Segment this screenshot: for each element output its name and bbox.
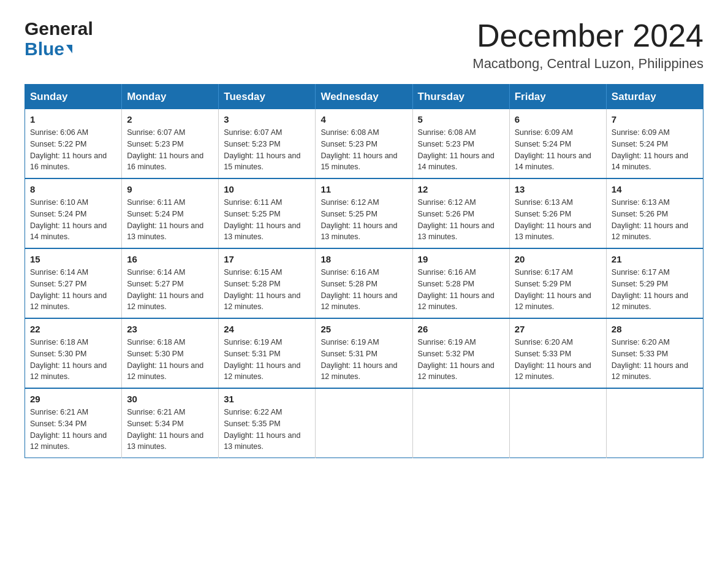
- calendar-cell: 15Sunrise: 6:14 AMSunset: 5:27 PMDayligh…: [25, 248, 122, 318]
- calendar-week-row: 8Sunrise: 6:10 AMSunset: 5:24 PMDaylight…: [25, 178, 703, 248]
- col-header-wednesday: Wednesday: [316, 85, 412, 110]
- calendar-week-row: 22Sunrise: 6:18 AMSunset: 5:30 PMDayligh…: [25, 318, 703, 388]
- day-info: Sunrise: 6:21 AMSunset: 5:34 PMDaylight:…: [127, 407, 213, 453]
- day-number: 31: [224, 394, 310, 404]
- col-header-saturday: Saturday: [606, 85, 703, 110]
- day-info: Sunrise: 6:14 AMSunset: 5:27 PMDaylight:…: [127, 267, 213, 313]
- day-info: Sunrise: 6:08 AMSunset: 5:23 PMDaylight:…: [320, 127, 407, 173]
- calendar-cell: 22Sunrise: 6:18 AMSunset: 5:30 PMDayligh…: [25, 318, 122, 388]
- day-info: Sunrise: 6:11 AMSunset: 5:25 PMDaylight:…: [224, 197, 310, 243]
- calendar-week-row: 15Sunrise: 6:14 AMSunset: 5:27 PMDayligh…: [25, 248, 703, 318]
- day-info: Sunrise: 6:19 AMSunset: 5:31 PMDaylight:…: [320, 337, 407, 383]
- calendar-cell: 4Sunrise: 6:08 AMSunset: 5:23 PMDaylight…: [316, 109, 412, 178]
- calendar-cell: 28Sunrise: 6:20 AMSunset: 5:33 PMDayligh…: [606, 318, 703, 388]
- calendar-cell: [606, 388, 703, 458]
- calendar-cell: 3Sunrise: 6:07 AMSunset: 5:23 PMDaylight…: [219, 109, 316, 178]
- calendar-cell: [316, 388, 412, 458]
- day-number: 17: [224, 254, 310, 264]
- calendar-cell: 18Sunrise: 6:16 AMSunset: 5:28 PMDayligh…: [316, 248, 412, 318]
- calendar-cell: 14Sunrise: 6:13 AMSunset: 5:26 PMDayligh…: [606, 178, 703, 248]
- logo-blue-text: Blue: [25, 39, 93, 59]
- day-number: 27: [515, 324, 601, 334]
- day-number: 12: [418, 184, 504, 194]
- day-number: 25: [320, 324, 407, 334]
- logo-arrow-icon: [66, 45, 72, 53]
- day-number: 15: [30, 254, 116, 264]
- day-number: 5: [418, 114, 504, 124]
- day-number: 21: [612, 254, 698, 264]
- day-info: Sunrise: 6:17 AMSunset: 5:29 PMDaylight:…: [612, 267, 698, 313]
- title-block: December 2024 Macatbong, Central Luzon, …: [472, 18, 703, 72]
- day-number: 26: [418, 324, 504, 334]
- day-number: 23: [127, 324, 213, 334]
- col-header-friday: Friday: [509, 85, 606, 110]
- calendar-cell: 29Sunrise: 6:21 AMSunset: 5:34 PMDayligh…: [25, 388, 122, 458]
- calendar-cell: 6Sunrise: 6:09 AMSunset: 5:24 PMDaylight…: [509, 109, 606, 178]
- day-info: Sunrise: 6:19 AMSunset: 5:32 PMDaylight:…: [418, 337, 504, 383]
- day-number: 2: [127, 114, 213, 124]
- page-header: General Blue December 2024 Macatbong, Ce…: [25, 18, 703, 72]
- day-info: Sunrise: 6:10 AMSunset: 5:24 PMDaylight:…: [30, 197, 116, 243]
- day-info: Sunrise: 6:09 AMSunset: 5:24 PMDaylight:…: [612, 127, 698, 173]
- day-number: 30: [127, 394, 213, 404]
- calendar-cell: 9Sunrise: 6:11 AMSunset: 5:24 PMDaylight…: [122, 178, 219, 248]
- calendar-week-row: 29Sunrise: 6:21 AMSunset: 5:34 PMDayligh…: [25, 388, 703, 458]
- calendar-cell: [412, 388, 509, 458]
- day-info: Sunrise: 6:06 AMSunset: 5:22 PMDaylight:…: [30, 127, 116, 173]
- day-info: Sunrise: 6:19 AMSunset: 5:31 PMDaylight:…: [224, 337, 310, 383]
- day-info: Sunrise: 6:13 AMSunset: 5:26 PMDaylight:…: [612, 197, 698, 243]
- day-number: 29: [30, 394, 116, 404]
- calendar-cell: [509, 388, 606, 458]
- calendar-cell: 7Sunrise: 6:09 AMSunset: 5:24 PMDaylight…: [606, 109, 703, 178]
- day-number: 13: [515, 184, 601, 194]
- day-info: Sunrise: 6:18 AMSunset: 5:30 PMDaylight:…: [30, 337, 116, 383]
- calendar-cell: 17Sunrise: 6:15 AMSunset: 5:28 PMDayligh…: [219, 248, 316, 318]
- col-header-sunday: Sunday: [25, 85, 122, 110]
- calendar-cell: 10Sunrise: 6:11 AMSunset: 5:25 PMDayligh…: [219, 178, 316, 248]
- location-title: Macatbong, Central Luzon, Philippines: [472, 56, 703, 72]
- day-info: Sunrise: 6:17 AMSunset: 5:29 PMDaylight:…: [515, 267, 601, 313]
- day-number: 18: [320, 254, 407, 264]
- calendar-cell: 21Sunrise: 6:17 AMSunset: 5:29 PMDayligh…: [606, 248, 703, 318]
- day-number: 22: [30, 324, 116, 334]
- day-info: Sunrise: 6:08 AMSunset: 5:23 PMDaylight:…: [418, 127, 504, 173]
- day-info: Sunrise: 6:13 AMSunset: 5:26 PMDaylight:…: [515, 197, 601, 243]
- calendar-cell: 26Sunrise: 6:19 AMSunset: 5:32 PMDayligh…: [412, 318, 509, 388]
- day-number: 11: [320, 184, 407, 194]
- col-header-tuesday: Tuesday: [219, 85, 316, 110]
- calendar-cell: 13Sunrise: 6:13 AMSunset: 5:26 PMDayligh…: [509, 178, 606, 248]
- calendar-cell: 5Sunrise: 6:08 AMSunset: 5:23 PMDaylight…: [412, 109, 509, 178]
- logo: General Blue: [25, 18, 93, 59]
- day-number: 3: [224, 114, 310, 124]
- month-title: December 2024: [472, 18, 703, 53]
- day-info: Sunrise: 6:11 AMSunset: 5:24 PMDaylight:…: [127, 197, 213, 243]
- calendar-cell: 19Sunrise: 6:16 AMSunset: 5:28 PMDayligh…: [412, 248, 509, 318]
- day-info: Sunrise: 6:07 AMSunset: 5:23 PMDaylight:…: [224, 127, 310, 173]
- day-info: Sunrise: 6:15 AMSunset: 5:28 PMDaylight:…: [224, 267, 310, 313]
- calendar-cell: 1Sunrise: 6:06 AMSunset: 5:22 PMDaylight…: [25, 109, 122, 178]
- day-info: Sunrise: 6:18 AMSunset: 5:30 PMDaylight:…: [127, 337, 213, 383]
- calendar-cell: 12Sunrise: 6:12 AMSunset: 5:26 PMDayligh…: [412, 178, 509, 248]
- col-header-monday: Monday: [122, 85, 219, 110]
- day-info: Sunrise: 6:21 AMSunset: 5:34 PMDaylight:…: [30, 407, 116, 453]
- calendar-header-row: SundayMondayTuesdayWednesdayThursdayFrid…: [25, 85, 703, 110]
- day-number: 6: [515, 114, 601, 124]
- calendar-cell: 16Sunrise: 6:14 AMSunset: 5:27 PMDayligh…: [122, 248, 219, 318]
- calendar-cell: 24Sunrise: 6:19 AMSunset: 5:31 PMDayligh…: [219, 318, 316, 388]
- day-info: Sunrise: 6:09 AMSunset: 5:24 PMDaylight:…: [515, 127, 601, 173]
- calendar-cell: 2Sunrise: 6:07 AMSunset: 5:23 PMDaylight…: [122, 109, 219, 178]
- calendar-cell: 25Sunrise: 6:19 AMSunset: 5:31 PMDayligh…: [316, 318, 412, 388]
- day-number: 19: [418, 254, 504, 264]
- day-number: 10: [224, 184, 310, 194]
- day-info: Sunrise: 6:16 AMSunset: 5:28 PMDaylight:…: [418, 267, 504, 313]
- logo-general-text: General: [25, 18, 93, 39]
- day-number: 24: [224, 324, 310, 334]
- calendar-cell: 27Sunrise: 6:20 AMSunset: 5:33 PMDayligh…: [509, 318, 606, 388]
- day-number: 14: [612, 184, 698, 194]
- day-info: Sunrise: 6:07 AMSunset: 5:23 PMDaylight:…: [127, 127, 213, 173]
- calendar-cell: 8Sunrise: 6:10 AMSunset: 5:24 PMDaylight…: [25, 178, 122, 248]
- day-info: Sunrise: 6:20 AMSunset: 5:33 PMDaylight:…: [515, 337, 601, 383]
- day-number: 8: [30, 184, 116, 194]
- day-info: Sunrise: 6:14 AMSunset: 5:27 PMDaylight:…: [30, 267, 116, 313]
- day-number: 16: [127, 254, 213, 264]
